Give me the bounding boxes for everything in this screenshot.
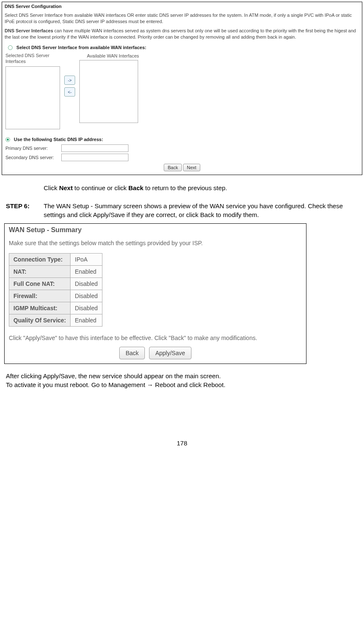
back-button[interactable]: Back — [164, 164, 181, 171]
t-apply: Apply/Save — [93, 211, 125, 218]
dns-desc-1: Select DNS Server Interface from availab… — [5, 12, 359, 25]
option-select-interface-row: Select DNS Server Interface from availab… — [8, 45, 359, 50]
static-dns-block: Use the following Static DNS IP address:… — [5, 137, 359, 162]
summary-key: NAT: — [9, 266, 71, 278]
arrow-icon: → — [147, 381, 153, 388]
option-static-dns-label: Use the following Static DNS IP address: — [14, 137, 103, 142]
step6-text: The WAN Setup - Summary screen shows a p… — [44, 201, 358, 219]
summary-value: Disabled — [71, 278, 102, 290]
available-col-label: Available WAN Interfaces — [79, 52, 147, 58]
t: , the new service should appear on the m… — [75, 372, 221, 379]
t: to return to the previous step. — [144, 184, 227, 191]
dns-desc-2: DNS Server Interfaces can have multiple … — [5, 28, 359, 41]
primary-dns-input[interactable] — [61, 144, 128, 152]
secondary-dns-row: Secondary DNS server: — [5, 154, 359, 161]
t-back2: Back — [200, 211, 214, 218]
summary-value: Disabled — [71, 290, 102, 302]
after-apply-text: After clicking Apply/Save, the new servi… — [6, 372, 358, 389]
table-row: Firewall:Disabled — [9, 290, 102, 302]
t-reboot: Reboot — [203, 381, 223, 388]
summary-value: IPoA — [71, 254, 102, 266]
summary-key: Quality Of Service: — [9, 314, 71, 327]
dns-config-title: DNS Server Configuration — [5, 4, 359, 9]
table-row: IGMP Multicast:Disabled — [9, 302, 102, 314]
table-row: Full Cone NAT:Disabled — [9, 278, 102, 290]
summary-apply-button[interactable]: Apply/Save — [149, 347, 191, 359]
selected-col-label: Selected DNS Server Interfaces — [5, 52, 60, 65]
t-apply2: Apply/Save — [43, 372, 75, 379]
move-buttons: -> <- — [64, 76, 75, 97]
summary-key: IGMP Multicast: — [9, 302, 71, 314]
next-button[interactable]: Next — [183, 164, 200, 171]
wan-summary-desc2: Click "Apply/Save" to have this interfac… — [9, 334, 302, 343]
primary-dns-label: Primary DNS server: — [5, 146, 60, 151]
dns-desc-2-rest: can have multiple WAN interfaces served … — [5, 28, 356, 39]
summary-value: Disabled — [71, 302, 102, 314]
page-number: 178 — [2, 440, 362, 447]
summary-value: Enabled — [71, 266, 102, 278]
t-next: Next — [59, 184, 73, 191]
step6-label: STEP 6: — [6, 201, 44, 219]
summary-value: Enabled — [71, 314, 102, 327]
wan-summary-buttons: Back Apply/Save — [9, 347, 302, 359]
summary-key: Connection Type: — [9, 254, 71, 266]
t: if they are correct, or click — [125, 211, 200, 218]
dns-button-row: Back Next — [5, 164, 359, 171]
secondary-dns-label: Secondary DNS server: — [5, 155, 60, 160]
wan-summary-desc: Make sure that the settings below match … — [9, 240, 302, 246]
summary-back-button[interactable]: Back — [119, 347, 145, 359]
move-left-button[interactable]: <- — [64, 87, 75, 97]
table-row: Quality Of Service:Enabled — [9, 314, 102, 327]
available-interfaces-list[interactable] — [79, 60, 138, 123]
table-row: Connection Type:IPoA — [9, 254, 102, 266]
selected-col: Selected DNS Server Interfaces — [5, 52, 60, 129]
dns-config-panel: DNS Server Configuration Select DNS Serv… — [2, 2, 362, 175]
wan-summary-title: WAN Setup - Summary — [9, 226, 302, 234]
wan-summary-table: Connection Type:IPoANAT:EnabledFull Cone… — [9, 253, 102, 327]
primary-dns-row: Primary DNS server: — [5, 144, 359, 152]
summary-key: Full Cone NAT: — [9, 278, 71, 290]
t-back: Back — [128, 184, 144, 191]
dns-desc-2-lead: DNS Server Interfaces — [5, 28, 53, 33]
t: Click — [44, 184, 59, 191]
t: to modify them. — [214, 211, 259, 218]
wan-summary-panel: WAN Setup - Summary Make sure that the s… — [4, 223, 306, 364]
step6-row: STEP 6: The WAN Setup - Summary screen s… — [6, 201, 358, 219]
radio-static-dns[interactable] — [5, 137, 10, 142]
radio-select-interface[interactable] — [8, 45, 13, 50]
t: Reboot and click — [153, 381, 203, 388]
secondary-dns-input[interactable] — [61, 154, 128, 161]
summary-key: Firewall: — [9, 290, 71, 302]
selected-interfaces-list[interactable] — [5, 66, 60, 129]
interface-block: Selected DNS Server Interfaces -> <- Ava… — [5, 52, 359, 129]
t: After clicking — [6, 372, 43, 379]
move-right-button[interactable]: -> — [64, 76, 75, 85]
t: . — [224, 381, 225, 388]
t: to continue or click — [73, 184, 128, 191]
click-next-text: Click Next to continue or click Back to … — [44, 183, 358, 192]
t: To activate it you must reboot. Go to Ma… — [6, 381, 147, 388]
option-select-interface-label: Select DNS Server Interface from availab… — [16, 45, 146, 50]
available-col: Available WAN Interfaces — [79, 52, 147, 123]
table-row: NAT:Enabled — [9, 266, 102, 278]
